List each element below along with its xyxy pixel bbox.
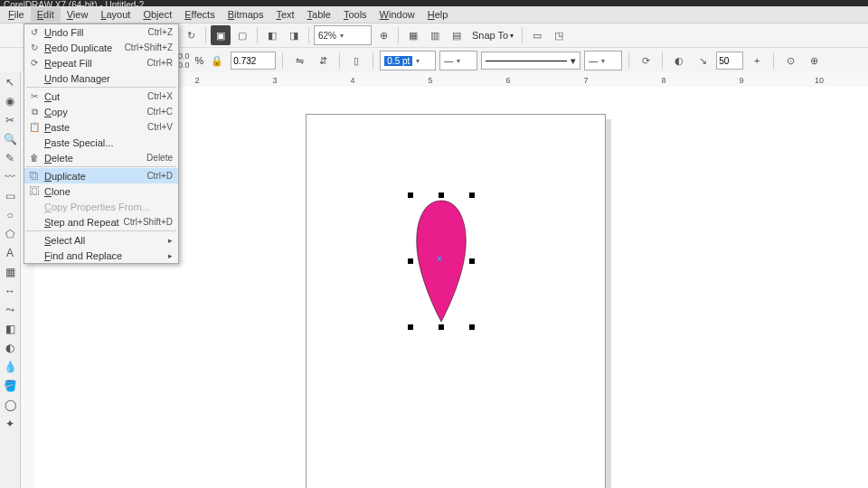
- redo-icon[interactable]: ↻: [181, 25, 201, 45]
- menu-item-cut[interactable]: ✂CutCtrl+X: [24, 89, 178, 104]
- handle-e[interactable]: [469, 258, 475, 264]
- guides-icon[interactable]: ▥: [425, 25, 445, 45]
- toolbox: ↖ ◉ ✂ 🔍 ✎ 〰 ▭ ○ ⬠ A ▦ ↔ ⤳ ◧ ◐ 💧 🪣 ◯ ✦: [0, 72, 21, 488]
- freehand-tool-icon[interactable]: ✎: [2, 150, 18, 166]
- smart-tool-icon[interactable]: ✦: [2, 416, 18, 432]
- snap-icon[interactable]: ▤: [447, 25, 467, 45]
- menu-file[interactable]: File: [2, 7, 31, 22]
- zoom-tool-icon[interactable]: 🔍: [2, 131, 18, 147]
- menu-effects[interactable]: Effects: [178, 7, 221, 22]
- text-tool-icon[interactable]: A: [2, 245, 18, 261]
- outline-width-value: 0.5 pt: [384, 56, 412, 66]
- spin-plus-icon[interactable]: +: [747, 51, 767, 70]
- handle-s[interactable]: [439, 324, 444, 330]
- close-curve-icon[interactable]: ◐: [669, 51, 689, 70]
- menu-item-copy[interactable]: ⧉CopyCtrl+C: [24, 104, 178, 119]
- menu-item-step-and-repeat[interactable]: Step and RepeatCtrl+Shift+D: [24, 214, 178, 230]
- menu-item-repeat-fill[interactable]: ⟳Repeat FillCtrl+R: [24, 55, 178, 70]
- align-icon[interactable]: ▯: [346, 51, 366, 70]
- menu-text[interactable]: Text: [269, 7, 300, 22]
- fill-tool-icon[interactable]: 🪣: [2, 378, 18, 394]
- mirror-v-icon[interactable]: ⇵: [313, 51, 333, 70]
- menu-table[interactable]: Table: [301, 7, 337, 22]
- menu-item-undo-fill[interactable]: ↺Undo FillCtrl+Z: [24, 24, 178, 40]
- title-bar: CorelDRAW X7 (64-bit) - Untitled-2: [0, 0, 868, 6]
- menu-item-select-all[interactable]: Select All▸: [24, 232, 178, 248]
- import-icon[interactable]: ▣: [211, 25, 231, 45]
- lock-ratio-icon[interactable]: 🔒: [207, 51, 227, 70]
- line-style-select[interactable]: ▾: [481, 52, 580, 70]
- menu-window[interactable]: Window: [373, 7, 421, 22]
- connector-tool-icon[interactable]: ⤳: [2, 302, 18, 318]
- menu-item-delete[interactable]: 🗑DeleteDelete: [24, 150, 178, 165]
- wrap-icon[interactable]: ⟳: [636, 51, 656, 70]
- menu-item-paste[interactable]: 📋PasteCtrl+V: [24, 119, 178, 135]
- handle-w[interactable]: [408, 258, 413, 264]
- grid-icon[interactable]: ▦: [403, 25, 423, 45]
- menu-item-find-and-replace[interactable]: Find and Replace▸: [24, 248, 178, 263]
- spin-input[interactable]: [716, 52, 743, 70]
- dimension-tool-icon[interactable]: ↔: [2, 283, 18, 299]
- handle-n[interactable]: [439, 192, 444, 198]
- launcher-icon[interactable]: ◳: [549, 25, 569, 45]
- percent-label: %: [195, 55, 204, 66]
- zoom-select[interactable]: 62%▾: [314, 25, 372, 45]
- zoom-icon[interactable]: ⊕: [373, 25, 393, 45]
- outline-width-select[interactable]: 0.5 pt▾: [380, 51, 436, 70]
- menu-bitmaps[interactable]: Bitmaps: [222, 7, 270, 22]
- menu-item-clone[interactable]: ⿴Clone: [24, 183, 178, 199]
- effects-tool-icon[interactable]: ◧: [2, 321, 18, 337]
- rectangle-tool-icon[interactable]: ▭: [2, 188, 18, 204]
- menu-view[interactable]: View: [61, 7, 95, 22]
- center-marker-icon: ×: [437, 254, 442, 264]
- polygon-tool-icon[interactable]: ⬠: [2, 226, 18, 242]
- menu-item-copy-properties-from-: Copy Properties From...: [24, 199, 178, 214]
- menu-bar: FileEditViewLayoutObjectEffectsBitmapsTe…: [0, 6, 868, 23]
- transparency-tool-icon[interactable]: ◐: [2, 340, 18, 356]
- publish-icon[interactable]: ◧: [262, 25, 282, 45]
- pdf-icon[interactable]: ◨: [284, 25, 304, 45]
- export-icon[interactable]: ▢: [232, 25, 252, 45]
- eyedropper-tool-icon[interactable]: 💧: [2, 359, 18, 375]
- handle-sw[interactable]: [408, 324, 413, 330]
- ellipse-tool-icon[interactable]: ○: [2, 207, 18, 223]
- shape-tool-icon[interactable]: ◉: [2, 93, 18, 109]
- menu-object[interactable]: Object: [137, 7, 178, 22]
- page: ×: [306, 114, 606, 488]
- menu-item-duplicate[interactable]: ⿻DuplicateCtrl+D: [24, 168, 178, 183]
- selected-shape[interactable]: ×: [413, 198, 469, 324]
- convert-icon[interactable]: ⊙: [780, 51, 800, 70]
- rotation-input[interactable]: [231, 52, 276, 70]
- start-arrow-select[interactable]: —▾: [439, 51, 477, 70]
- handle-nw[interactable]: [408, 192, 413, 198]
- menu-item-paste-special-[interactable]: Paste Special...: [24, 135, 178, 150]
- menu-layout[interactable]: Layout: [94, 7, 137, 22]
- zoom-value: 62%: [318, 31, 336, 41]
- menu-help[interactable]: Help: [421, 7, 455, 22]
- handle-se[interactable]: [469, 324, 475, 330]
- menu-item-redo-duplicate[interactable]: ↻Redo DuplicateCtrl+Shift+Z: [24, 40, 178, 55]
- menu-tools[interactable]: Tools: [337, 7, 373, 22]
- pick-tool-icon[interactable]: ↖: [2, 74, 18, 90]
- snap-to-menu[interactable]: Snap To▾: [468, 30, 517, 41]
- outline-tool-icon[interactable]: ◯: [2, 397, 18, 413]
- reverse-icon[interactable]: ↘: [693, 51, 712, 70]
- crop-tool-icon[interactable]: ✂: [2, 112, 18, 128]
- options-icon[interactable]: ▭: [527, 25, 547, 45]
- menu-edit[interactable]: Edit: [31, 7, 61, 22]
- table-tool-icon[interactable]: ▦: [2, 264, 18, 280]
- artistic-tool-icon[interactable]: 〰: [2, 169, 18, 185]
- edit-menu-dropdown: ↺Undo FillCtrl+Z↻Redo DuplicateCtrl+Shif…: [24, 23, 179, 264]
- end-arrow-select[interactable]: —▾: [584, 51, 622, 70]
- handle-ne[interactable]: [469, 192, 475, 198]
- add-icon[interactable]: ⊕: [804, 51, 824, 70]
- mirror-h-icon[interactable]: ⇋: [289, 51, 309, 70]
- menu-item-undo-manager[interactable]: Undo Manager: [24, 70, 178, 86]
